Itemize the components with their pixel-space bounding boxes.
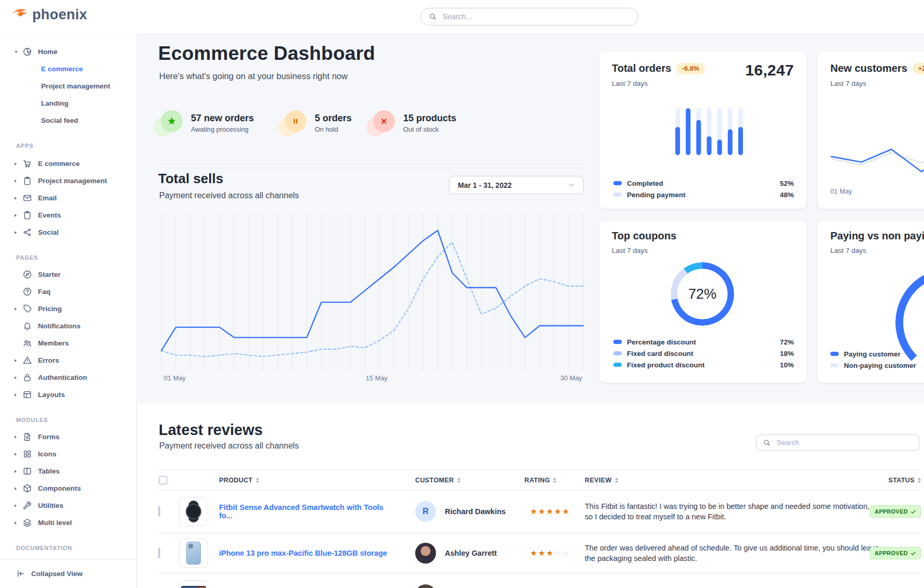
users-icon (22, 338, 32, 348)
x-icon (370, 110, 395, 135)
rating-stars: ★★★★★ (530, 507, 570, 516)
sidebar-item-utilities[interactable]: Utilities (0, 497, 136, 514)
row-checkbox[interactable] (158, 507, 160, 516)
stat-out-of-stock: 15 productsOut of stock (370, 110, 456, 135)
sort-review[interactable]: REVIEW (585, 477, 618, 484)
bell-icon (22, 321, 32, 331)
sidebar-item-icons[interactable]: Icons (0, 445, 136, 463)
sidebar-item-members[interactable]: Members (0, 335, 136, 352)
chevron-right-icon (15, 162, 21, 165)
cart-icon (22, 159, 32, 169)
sidebar-item-landing[interactable]: Landing (0, 95, 136, 112)
donut-center-label: 72% (671, 262, 734, 326)
product-thumbnail[interactable] (179, 497, 208, 526)
x-axis-label: 01 May (164, 374, 186, 382)
legend-swatch (830, 363, 839, 367)
chevron-right-icon (15, 487, 21, 490)
sidebar-item-social-feed[interactable]: Social feed (0, 112, 136, 129)
paying-vs-non-paying-card: Paying vs non paying Last 7 days Paying … (817, 220, 924, 383)
card-title: Paying vs non paying (830, 230, 924, 242)
sidebar-item-pricing[interactable]: Pricing (0, 300, 136, 317)
chevron-down-icon (15, 51, 21, 53)
legend-item: Pending payment 48% (613, 190, 794, 199)
x-axis-label: 15 May (366, 374, 388, 382)
sidebar-item-faq[interactable]: Faq (0, 283, 136, 300)
sidebar-item-events[interactable]: Events (0, 207, 136, 224)
legend-swatch (613, 193, 622, 197)
row-checkbox[interactable] (158, 548, 160, 558)
share-icon (22, 227, 32, 237)
reviews-search-input[interactable] (776, 438, 913, 447)
sort-rating[interactable]: RATING (524, 477, 556, 484)
date-range-select[interactable]: Mar 1 - 31, 2022 (449, 176, 584, 194)
legend-item: Fixed product discount 10% (613, 361, 794, 369)
sidebar-item-multi-level[interactable]: Multi level (0, 514, 136, 531)
sidebar-item-components[interactable]: Components (0, 480, 136, 497)
avatar (415, 584, 436, 588)
collapse-sidebar-button[interactable]: Collapsed View (0, 559, 136, 588)
sidebar-item-home[interactable]: Home (0, 43, 136, 60)
table-icon (22, 466, 32, 476)
sidebar-item-social[interactable]: Social (0, 224, 136, 241)
sidebar-item-authentication[interactable]: Authentication (0, 369, 136, 386)
check-icon (910, 509, 916, 515)
sidebar-item-errors[interactable]: Errors (0, 352, 136, 369)
latest-reviews-subtitle: Payment received across all channels (159, 441, 299, 451)
product-link[interactable]: iPhone 13 pro max-Pacific Blue-128GB sto… (219, 549, 391, 557)
top-coupons-card: Top coupons Last 7 days 72% Percentage d… (599, 220, 807, 383)
envelope-icon (22, 193, 32, 203)
product-link[interactable]: Fitbit Sense Advanced Smartwatch with To… (219, 503, 391, 520)
review-text: This Fitbit is fantastic! I was trying t… (585, 501, 879, 522)
sort-status[interactable]: STATUS (888, 477, 921, 484)
product-thumbnail[interactable] (179, 580, 208, 588)
sidebar-item-layouts[interactable]: Layouts (0, 386, 136, 403)
sidebar-section-modules: MODULES (0, 414, 136, 426)
sidebar-section-pages: PAGES (0, 251, 136, 264)
global-search-input[interactable] (442, 12, 630, 21)
global-search[interactable] (420, 8, 638, 25)
brand-logo[interactable]: phoenix (11, 7, 87, 23)
sidebar-item-apps-project-management[interactable]: Project management (0, 172, 136, 189)
sidebar-nav: Home E commerce Project management Landi… (0, 34, 137, 588)
rating-stars: ★★★☆☆ (530, 548, 570, 558)
sidebar-item-notifications[interactable]: Notifications (0, 317, 136, 335)
search-icon (763, 439, 771, 447)
chevron-down-icon (568, 182, 575, 188)
sidebar-item-forms[interactable]: Forms (0, 428, 136, 445)
pie-chart-icon (22, 47, 32, 57)
total-orders-value: 16,247 (745, 61, 794, 79)
new-customers-card: New customers +26.5% Last 7 days 01 May (817, 50, 924, 209)
table-row: Apple MacBook Pro 13 inch-M1-8/256GB-...… (158, 573, 921, 588)
chevron-right-icon (15, 470, 21, 473)
chevron-right-icon (15, 214, 21, 217)
sidebar-item-project-management[interactable]: Project management (0, 78, 136, 95)
layout-icon (22, 390, 32, 400)
product-thumbnail[interactable] (179, 539, 208, 568)
sidebar-item-apps-ecommerce[interactable]: E commerce (0, 155, 136, 172)
table-row: iPhone 13 pro max-Pacific Blue-128GB sto… (158, 533, 921, 573)
chevron-right-icon (15, 376, 21, 379)
layers-icon (22, 518, 32, 528)
sidebar-item-ecommerce[interactable]: E commerce (0, 60, 136, 78)
select-all-checkbox[interactable] (159, 476, 168, 484)
sidebar-item-tables[interactable]: Tables (0, 463, 136, 480)
star-icon (158, 110, 183, 135)
reviews-search[interactable] (756, 434, 919, 451)
chevron-right-icon (15, 504, 21, 507)
phoenix-bird-icon (11, 7, 28, 23)
tag-icon (22, 304, 32, 314)
sort-icon (457, 478, 460, 483)
sort-customer[interactable]: CUSTOMER (415, 477, 460, 484)
total-orders-chart (675, 107, 743, 157)
sidebar-section-documentation: DOCUMENTATION (0, 542, 136, 554)
sort-product[interactable]: PRODUCT (219, 477, 259, 484)
sidebar-item-starter[interactable]: Starter (0, 266, 136, 283)
trend-badge: +26.5% (913, 63, 924, 74)
card-period: Last 7 days (830, 247, 866, 254)
sidebar-item-email[interactable]: Email (0, 189, 136, 207)
legend-item: Completed 52% (613, 179, 794, 187)
customer-cell: R Richard Dawkins (415, 501, 506, 522)
search-icon (429, 12, 437, 21)
sort-icon (553, 478, 556, 483)
x-axis-label: 01 May (830, 187, 852, 195)
